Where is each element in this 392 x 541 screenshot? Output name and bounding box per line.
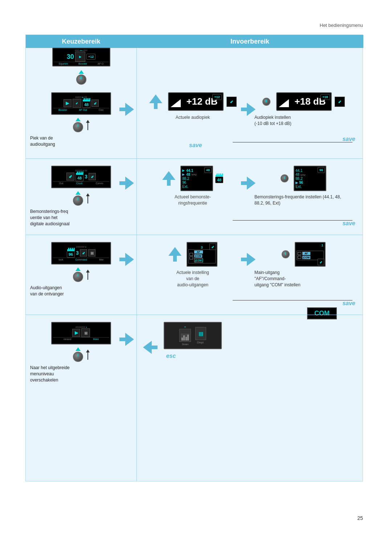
row2-arrow-area [120, 176, 133, 190]
row2-left-desc: Bemonsterings-freq uentie van het digita… [26, 209, 136, 227]
row-divider-3 [26, 235, 363, 235]
row2-right: 44.1 48 kHz 88.2 ▶96 Ext. 96 Bemonsterin… [251, 162, 356, 235]
row2-center-knob [162, 171, 175, 186]
lcd-screen-row0: ### ▪▪▪ ### 30 ▶ +12 Squelch Booster AF … [52, 48, 110, 66]
lcd-screen-row2: ##### ▪ ## ⬋ ▟▟▟▟ 48 3 ⬋ Out Clock Comm [51, 166, 111, 188]
row2-right-desc: Bemonsterings-frequentie instellen (44.1… [251, 194, 356, 206]
row2-left: ##### ▪ ## ⬋ ▟▟▟▟ 48 3 ⬋ Out Clock Comm [26, 162, 136, 235]
row4-nav [73, 347, 90, 362]
row4-center: ▪▪ Scan ▤ Displ. esc [140, 318, 245, 384]
row3-center-com-lcd: 3 AF |COM |COM [187, 242, 217, 267]
row3-right-desc: Main-uitgang "AF"/Command- uitgang "COM"… [251, 270, 356, 288]
diagram-container: Keuzebereik Invoerbereik ### ▪▪▪ ### 30 … [25, 35, 363, 481]
row-divider-2 [26, 158, 363, 159]
row-divider-4 [26, 315, 363, 315]
lcd-screen-row4: ####### ▪ ▶ ▣ nmand More [51, 322, 111, 344]
row0-left: ### ▪▪▪ ### 30 ▶ +12 Squelch Booster AF … [26, 48, 136, 84]
row4-esc-arrow [144, 340, 157, 355]
com-badge: COM [307, 307, 337, 319]
row2-center: ▶ 44.1 ▶ 48 kHz 88.2 96 Ext. 48 ▟▟▟▟ 48 [140, 162, 245, 235]
row4-arrow-area [120, 332, 133, 347]
col-header-right: Invoerbereik [136, 35, 363, 48]
row1-center-knob [149, 94, 162, 109]
row1-save-line [233, 142, 352, 142]
row1-right-desc: Audiopiek instellen (-10 dB tot +18 dB) [251, 114, 356, 127]
row3-center: 3 AF |COM |COM [140, 238, 245, 315]
column-divider [136, 48, 137, 481]
row1-left: #### ▪▪ ## ▶ ⬋ ▟▟▟▟ 48 ⬋ Booster AF Out … [26, 89, 136, 158]
row1-right-knob [262, 98, 270, 106]
row3-center-knob [168, 247, 181, 262]
page-number: 25 [357, 515, 363, 521]
row2-right-freq-lcd: 44.1 48 kHz 88.2 ▶96 Ext. 96 [294, 166, 326, 191]
row1-right-icon: ⬋ [335, 97, 345, 107]
row2-right-knob [281, 174, 289, 182]
arrow-right-row1 [119, 103, 134, 116]
row4-left-desc: Naar het uitgebreide menuniveau overscha… [26, 365, 136, 383]
row3-center-label: Actuele instelling van de audio-uitgange… [176, 270, 209, 288]
lcd-screen-row1: #### ▪▪ ## ▶ ⬋ ▟▟▟▟ 48 ⬋ Booster AF Out … [51, 92, 111, 115]
row1-left-desc: Piek van de audiouitgang [26, 135, 136, 148]
row4-extended-lcd: ▪▪ Scan ▤ Displ. [164, 322, 222, 349]
row1-save: save [189, 142, 202, 149]
row4-esc: esc [166, 353, 176, 359]
row1-right: +18 dB +18 ⬋ Audiopiek instellen (-10 dB… [251, 89, 356, 158]
row1-center-label: Actuele audiopiek [176, 114, 210, 121]
row1-center-db: +12 dB +12 [168, 92, 224, 111]
row3-left: ###### ▪ ▟▟▟▟ 96 3 ⬋ ▣ lock Command Mor [26, 238, 136, 315]
header-title: Het bedieningsmenu [320, 23, 363, 28]
nav-arrows-row0 [76, 70, 86, 85]
row1-save-right: save [342, 136, 355, 142]
row3-arrow-area [120, 252, 133, 267]
row3-right-knob [282, 250, 290, 258]
row2-center-freq-lcd: ▶ 44.1 ▶ 48 kHz 88.2 96 Ext. 48 [180, 166, 213, 191]
lcd-screen-row3: ###### ▪ ▟▟▟▟ 96 3 ⬋ ▣ lock Command Mor [51, 242, 111, 265]
row4-left: ####### ▪ ▶ ▣ nmand More Naar het u [26, 318, 136, 395]
row3-left-desc: Audio-uitgangen van de ontvanger [26, 285, 136, 297]
row2-center-label: Actueel bemonste- ringsfrequentie [175, 194, 211, 206]
row3-right-com-lcd: 1 AF |COM ⬋ [295, 242, 326, 267]
row1-arrow-area [120, 102, 133, 117]
row1-center-icon: ⬋ [226, 97, 237, 107]
row1-nav [73, 118, 90, 132]
row3-right: 1 AF |COM ⬋ [251, 238, 356, 315]
row1-right-db: +18 dB +18 [276, 92, 332, 111]
col-header-left: Keuzebereik [26, 35, 136, 48]
row2-nav [73, 191, 90, 206]
row3-nav [73, 267, 90, 282]
